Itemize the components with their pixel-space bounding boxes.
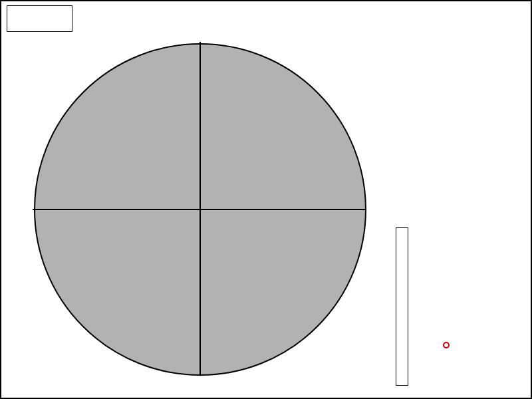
lowell-digisonde-logo xyxy=(7,5,72,32)
doppler-colorbar-ticks xyxy=(408,227,448,386)
crescent-moon-icon xyxy=(10,7,33,30)
doppler-colorbar xyxy=(396,227,408,386)
circle-marker-icon xyxy=(443,342,450,348)
doppler-colorbar-title xyxy=(432,254,441,334)
skymap-window xyxy=(0,0,532,399)
legend-negative xyxy=(443,342,456,348)
north-south-axis xyxy=(200,42,201,376)
